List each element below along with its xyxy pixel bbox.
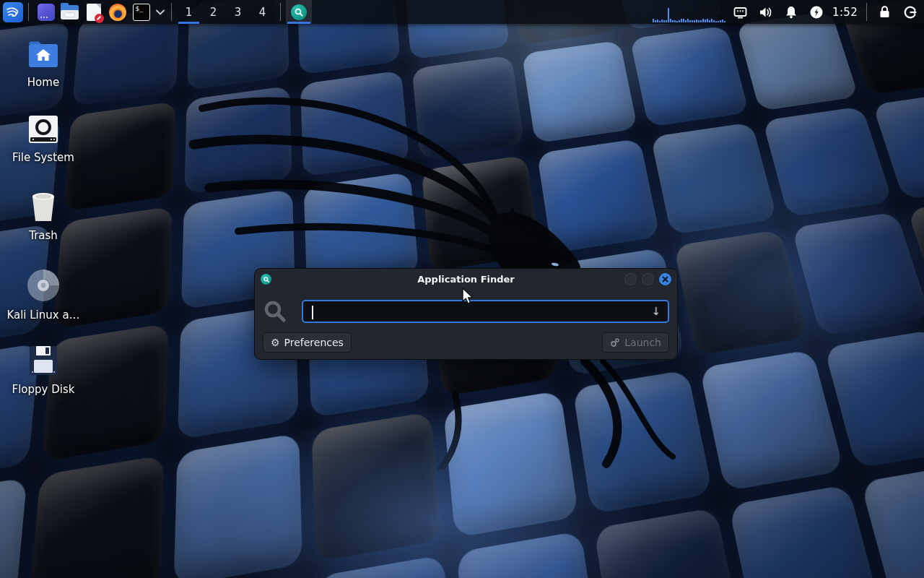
volume-icon bbox=[759, 6, 773, 19]
window-content: ↓ ⚙ Preferences Launch bbox=[255, 290, 677, 353]
close-button[interactable] bbox=[659, 273, 671, 285]
graph-bar bbox=[702, 19, 704, 22]
panel-left: $_ 1 2 3 4 bbox=[0, 0, 312, 24]
maximize-button[interactable] bbox=[642, 273, 654, 285]
system-monitor-graph[interactable] bbox=[651, 0, 728, 24]
wallpaper-cube bbox=[824, 329, 924, 468]
graph-bar bbox=[668, 8, 669, 22]
arrow-down-icon[interactable]: ↓ bbox=[651, 305, 668, 318]
wallpaper-cube bbox=[728, 484, 884, 578]
wallpaper-cube bbox=[736, 11, 859, 111]
graph-bar bbox=[722, 20, 723, 22]
power-icon bbox=[809, 5, 824, 20]
workspace-label: 2 bbox=[210, 6, 217, 19]
graph-bar bbox=[696, 20, 697, 22]
kali-disc-icon bbox=[26, 268, 61, 303]
wallpaper-cube bbox=[184, 86, 292, 194]
desktop-icon-label: Trash bbox=[29, 229, 58, 242]
desktop-icon-file-system[interactable]: File System bbox=[9, 113, 78, 164]
wallpaper-cube bbox=[64, 101, 176, 212]
wallpaper-cube bbox=[537, 139, 661, 254]
graph-bar bbox=[724, 21, 725, 22]
graph-bar bbox=[711, 19, 712, 22]
graph-bar bbox=[705, 20, 706, 22]
graph-bar bbox=[653, 19, 654, 22]
workspace-button-1[interactable]: 1 bbox=[177, 0, 201, 24]
logout-icon bbox=[903, 5, 918, 20]
launcher-firefox[interactable] bbox=[105, 0, 129, 24]
gear-icon: ⚙ bbox=[271, 337, 280, 348]
workspace-button-3[interactable]: 3 bbox=[226, 0, 250, 24]
workspace-button-2[interactable]: 2 bbox=[201, 0, 225, 24]
desktop-icon-floppy-disk[interactable]: Floppy Disk bbox=[9, 344, 78, 396]
terminal-glyph: $_ bbox=[136, 5, 144, 12]
text-editor-icon bbox=[87, 4, 101, 21]
preferences-label: Preferences bbox=[284, 337, 344, 348]
launcher-text-editor[interactable] bbox=[82, 0, 105, 24]
desktop-icon-label: Floppy Disk bbox=[12, 383, 75, 396]
desktop-icon-home[interactable]: Home bbox=[9, 38, 78, 89]
terminal-icon: $_ bbox=[133, 4, 150, 21]
graph-bar bbox=[679, 20, 680, 22]
purple-app-icon bbox=[38, 4, 55, 21]
top-panel: $_ 1 2 3 4 bbox=[0, 0, 924, 24]
logout-button[interactable] bbox=[897, 0, 923, 24]
taskbar-item-application-finder[interactable] bbox=[286, 0, 312, 24]
wallpaper-cube bbox=[762, 106, 893, 217]
panel-separator bbox=[280, 3, 281, 21]
desktop: $_ 1 2 3 4 bbox=[0, 0, 924, 578]
graph-bar bbox=[707, 19, 708, 22]
graph-bar bbox=[698, 20, 699, 22]
window-title: Application Finder bbox=[255, 274, 677, 285]
graph-bar bbox=[718, 21, 719, 22]
network-tray-button[interactable] bbox=[728, 0, 753, 24]
graph-bar bbox=[685, 20, 687, 22]
file-manager-icon bbox=[61, 5, 79, 20]
volume-tray-button[interactable] bbox=[753, 0, 778, 24]
graph-bar bbox=[694, 20, 695, 22]
graph-bar bbox=[709, 20, 710, 22]
clock[interactable]: 1:52 bbox=[829, 6, 861, 19]
graph-bar bbox=[681, 19, 682, 22]
launcher-purple-app[interactable] bbox=[34, 0, 58, 24]
workspace-label: 4 bbox=[259, 6, 266, 19]
desktop-icon-label: Home bbox=[27, 76, 59, 89]
graph-bar bbox=[663, 20, 665, 22]
panel-separator bbox=[171, 3, 172, 21]
lock-screen-button[interactable] bbox=[872, 0, 897, 24]
titlebar[interactable]: Application Finder bbox=[255, 269, 677, 290]
desktop-icon-kali-linux[interactable]: Kali Linux a… bbox=[9, 268, 78, 322]
graph-bar bbox=[672, 20, 674, 22]
firefox-icon bbox=[109, 4, 126, 21]
graph-bar bbox=[666, 20, 667, 22]
launcher-terminal[interactable]: $_ bbox=[129, 0, 153, 24]
power-manager-tray-button[interactable] bbox=[803, 0, 829, 24]
home-folder-icon bbox=[26, 38, 61, 70]
desktop-icon-trash[interactable]: Trash bbox=[9, 190, 78, 242]
graph-bar bbox=[676, 21, 678, 22]
applications-menu-button[interactable] bbox=[3, 2, 23, 22]
wallpaper-cube bbox=[674, 230, 808, 355]
pencil-badge-icon bbox=[95, 14, 104, 23]
filesystem-drive-icon bbox=[27, 113, 60, 145]
launcher-file-manager[interactable] bbox=[58, 0, 82, 24]
search-input[interactable]: ↓ bbox=[302, 300, 669, 323]
preferences-button[interactable]: ⚙ Preferences bbox=[263, 332, 352, 353]
launch-button[interactable]: Launch bbox=[602, 332, 669, 353]
graph-bar bbox=[670, 19, 671, 22]
lock-icon bbox=[879, 5, 891, 19]
wallpaper-cube bbox=[650, 122, 777, 235]
wallpaper-cube bbox=[456, 531, 601, 578]
workspace-label: 3 bbox=[235, 6, 242, 19]
workspace-button-4[interactable]: 4 bbox=[250, 0, 274, 24]
launcher-dropdown-button[interactable] bbox=[154, 0, 166, 24]
notifications-tray-button[interactable] bbox=[778, 0, 803, 24]
graph-bar bbox=[715, 21, 717, 22]
graph-bar bbox=[713, 20, 715, 22]
run-gears-icon bbox=[610, 337, 620, 348]
application-finder-window: Application Finder bbox=[254, 268, 678, 360]
minimize-button[interactable] bbox=[624, 273, 637, 285]
wallpaper-cube bbox=[422, 155, 541, 272]
panel-right: 1:52 bbox=[651, 0, 924, 24]
graph-bar bbox=[689, 20, 691, 22]
